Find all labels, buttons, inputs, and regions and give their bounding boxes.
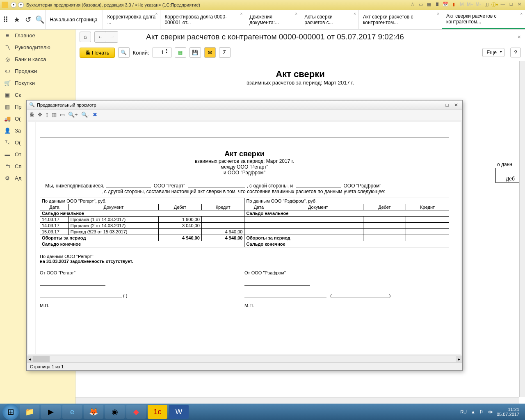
scroll-thumb[interactable] (33, 356, 50, 362)
tab-close-icon[interactable]: × (437, 11, 439, 16)
tab-acts-list[interactable]: Акты сверки расчетов с...× (300, 10, 358, 29)
start-button[interactable]: ⊞ (2, 404, 19, 420)
spin-up[interactable]: ▲ (165, 48, 171, 51)
preview-close-button[interactable]: ✕ (452, 102, 460, 108)
close-button[interactable]: ✕ (516, 2, 523, 8)
tab-close-icon[interactable]: × (240, 11, 242, 16)
search-icon[interactable]: 🔍 (34, 10, 46, 29)
help-button[interactable]: ? (510, 48, 521, 57)
page-icon[interactable]: ▯ (46, 112, 48, 118)
titlebar-panel-icon[interactable]: ◫ (483, 2, 490, 8)
sales-icon: 🏷 (4, 68, 11, 74)
titlebar-icon[interactable]: 📅 (442, 2, 449, 8)
act-party2: и ООО "Рэдфром" (40, 170, 449, 176)
taskbar-1c[interactable]: 1c (148, 405, 167, 419)
horizontal-scrollbar[interactable] (75, 397, 519, 404)
taskbar-ie[interactable]: e (62, 405, 82, 419)
tab-debt-corr-doc[interactable]: Корректировка долга 0000-000001 от...× (160, 10, 245, 29)
bars-icon: ▥ (4, 104, 11, 110)
taskbar-player[interactable]: ▶ (41, 405, 61, 419)
footer-note: По данным ООО "Регарт" - на 31.03.2017 з… (40, 254, 449, 264)
sidebar-item-manager[interactable]: 〽Руководителю (0, 41, 75, 53)
zoom-out-icon[interactable]: 🔍- (81, 112, 89, 118)
folder-icon: 🗀 (4, 163, 11, 169)
sum-button[interactable]: Σ (219, 47, 231, 58)
titlebar-icon[interactable]: ▭ (417, 2, 425, 8)
preview-page[interactable]: Акт сверки взаимных расчетов за период: … (28, 122, 461, 354)
preview-maximize-button[interactable]: □ (443, 102, 451, 108)
history-icon[interactable]: ↺ (23, 10, 34, 29)
dropdown-icon[interactable]: ▾ (18, 2, 24, 8)
doc-subtitle: взаимных расчетов за период: Март 2017 г… (92, 80, 509, 86)
clock-time[interactable]: 11:21 (497, 407, 519, 412)
preview-titlebar[interactable]: 🔍 Предварительный просмотр □ ✕ (27, 100, 462, 110)
mail-button[interactable]: ✉ (204, 47, 216, 58)
titlebar-m[interactable]: M (458, 2, 466, 8)
titlebar-icon[interactable]: 🖩 (434, 2, 441, 8)
tray-icon[interactable]: 🏳 (479, 409, 484, 414)
tab-act-doc-active[interactable]: Акт сверки расчетов с контрагентом...× (442, 10, 525, 29)
copies-stepper[interactable]: ▲▼ (153, 48, 171, 57)
tray-icon[interactable]: 🕪 (488, 409, 493, 414)
tab-debt-corr[interactable]: Корректировка долга ...× (103, 10, 160, 29)
titlebar-m[interactable]: M- (475, 2, 482, 8)
taskbar-firefox[interactable]: 🦊 (84, 405, 103, 419)
zoom-in-icon[interactable]: 🔍+ (68, 112, 78, 118)
titlebar-m[interactable]: M+ (466, 2, 474, 8)
preview-window: 🔍 Предварительный просмотр □ ✕ 🖶 ✥ ▯ ▥ ▭… (26, 100, 463, 371)
scroll-right-icon[interactable]: ► (456, 356, 462, 362)
tab-close-icon[interactable]: × (155, 11, 158, 16)
print-icon[interactable]: 🖶 (29, 112, 34, 118)
taskbar-anydesk[interactable]: ◆ (126, 405, 146, 419)
home-button[interactable]: ⌂ (80, 32, 91, 42)
tray-flag-icon[interactable]: ▲ (471, 409, 475, 414)
taskbar-word[interactable]: W (169, 405, 189, 419)
tray-lang[interactable]: RU (460, 409, 467, 414)
star-icon[interactable]: ★ (11, 10, 23, 29)
tab-movements[interactable]: Движения документа:...× (245, 10, 300, 29)
tab-act-doc[interactable]: Акт сверки расчетов с контрагентом...× (358, 10, 442, 29)
fit-icon[interactable]: ▭ (60, 112, 65, 118)
print-button[interactable]: 🖶 Печать (80, 48, 115, 58)
dropdown-icon[interactable]: ▾ (11, 2, 16, 8)
taskbar-chrome[interactable]: ◉ (105, 405, 125, 419)
preview-button[interactable]: 🔍 (118, 47, 130, 58)
tab-close-icon[interactable]: × (295, 11, 297, 16)
save-button[interactable]: 💾 (189, 47, 201, 58)
maximize-button[interactable]: □ (507, 2, 515, 8)
ops-icon: ᵀₓ (4, 139, 11, 146)
chart-icon: 〽 (4, 44, 11, 50)
copies-input[interactable] (153, 48, 165, 57)
tool-button[interactable]: ▦ (175, 47, 186, 58)
titlebar-icon[interactable]: ☆ (409, 2, 416, 8)
move-icon[interactable]: ✥ (38, 112, 42, 118)
titlebar-icon[interactable]: ▮ (450, 2, 457, 8)
clock-date[interactable]: 05.07.2017 (497, 412, 519, 417)
vertical-scrollbar[interactable] (519, 61, 525, 397)
forward-button[interactable]: → (106, 32, 118, 42)
cart-icon: 🛒 (4, 80, 11, 86)
sidebar-item-purchases[interactable]: 🛒Покупки (0, 77, 75, 89)
sidebar-item[interactable]: ▣Ск (0, 89, 75, 101)
pages-icon[interactable]: ▥ (52, 112, 57, 118)
taskbar-explorer[interactable]: 📁 (20, 405, 39, 419)
back-button[interactable]: ← (95, 32, 106, 42)
tab-close-icon[interactable]: × (520, 11, 523, 16)
sidebar-item-main[interactable]: ≡Главное (0, 30, 75, 41)
tab-home[interactable]: Начальная страница (45, 10, 103, 29)
system-tray[interactable]: RU ▲ 🏳 🕪 11:21 05.07.2017 (460, 407, 523, 417)
apps-icon[interactable]: ⠿ (0, 10, 11, 29)
info-icon[interactable]: ⓘ▾ (491, 2, 498, 8)
tab-close-icon[interactable]: × (354, 11, 356, 16)
minimize-button[interactable]: — (499, 2, 507, 8)
act-sub: взаимных расчетов за период: Март 2017 г… (40, 158, 449, 164)
preview-h-scrollbar[interactable]: ◄ ► (27, 356, 462, 362)
preview-close-icon[interactable]: ✖ (93, 112, 97, 118)
more-button[interactable]: Еще (482, 48, 504, 57)
sidebar-item-bank[interactable]: ◎Банк и касса (0, 53, 75, 65)
scroll-left-icon[interactable]: ◄ (27, 356, 33, 362)
page-close-icon[interactable]: × (518, 34, 521, 40)
spin-down[interactable]: ▼ (165, 51, 171, 54)
sidebar-item-sales[interactable]: 🏷Продажи (0, 65, 75, 77)
titlebar-icon[interactable]: ▦ (425, 2, 433, 8)
